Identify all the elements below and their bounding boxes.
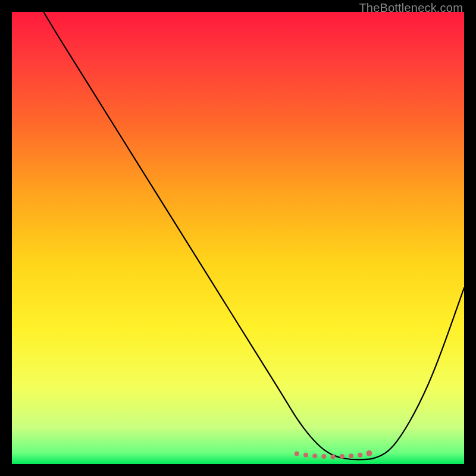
chart-frame [12, 12, 464, 464]
watermark-text: TheBottleneck.com [359, 1, 463, 15]
optimal-marker [321, 454, 326, 459]
gradient-bg [12, 12, 464, 464]
optimal-marker [366, 450, 372, 456]
optimal-marker [312, 453, 317, 458]
optimal-marker [340, 454, 345, 459]
optimal-marker [331, 455, 336, 459]
optimal-marker [295, 452, 299, 456]
optimal-marker [358, 453, 362, 458]
bottleneck-chart [12, 12, 464, 464]
optimal-marker [349, 453, 353, 458]
optimal-marker [303, 453, 308, 458]
